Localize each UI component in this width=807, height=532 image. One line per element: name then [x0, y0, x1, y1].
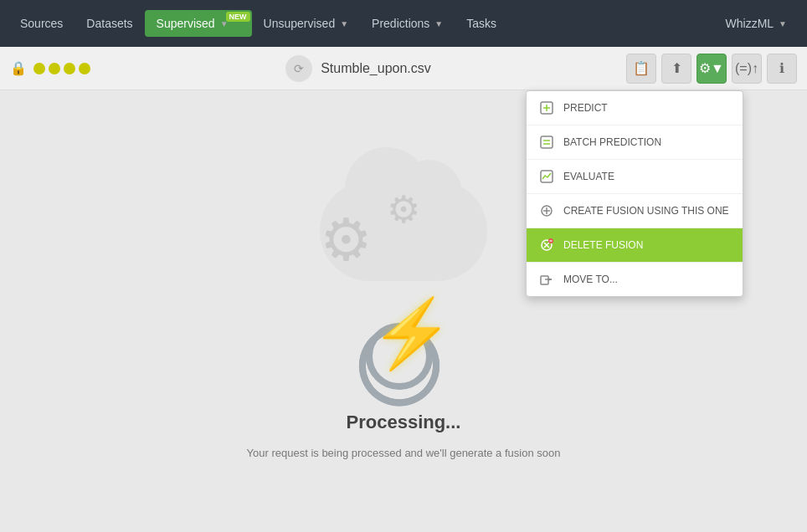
nav-datasets[interactable]: Datasets [75, 10, 144, 37]
evaluate-icon [538, 168, 555, 185]
nav-tasks[interactable]: Tasks [455, 10, 508, 37]
predict-icon [538, 100, 555, 116]
filename: Stumble_upon.csv [321, 61, 431, 76]
navbar: Sources Datasets Supervised NEW ▼ Unsupe… [0, 0, 807, 47]
processing-illustration: ⚙ ⚙ ⚡ [295, 164, 512, 398]
upload-button[interactable]: ⬆ [661, 54, 691, 84]
menu-label-delete-fusion: DELETE FUSION [563, 239, 643, 251]
toolbar-actions: 📋 ⬆ ⚙▼ (=)↑ ℹ [626, 54, 797, 84]
menu-item-predict[interactable]: PREDICT [527, 91, 743, 125]
svg-rect-3 [541, 136, 553, 148]
nav-sources[interactable]: Sources [8, 10, 75, 37]
dropdown-menu: PREDICT BATCH PREDICTION EVALUATE [526, 90, 743, 297]
nav-whizzml[interactable]: WhizzML ▼ [714, 10, 799, 37]
gear-large-icon: ⚙ [320, 206, 373, 274]
svg-rect-15 [541, 276, 548, 284]
menu-item-move-to[interactable]: MOVE TO... [527, 263, 743, 296]
nav-predictions[interactable]: Predictions ▼ [360, 10, 455, 37]
create-fusion-icon [538, 202, 555, 219]
processing-title: Processing... [347, 412, 461, 433]
status-dots [33, 63, 90, 74]
dot-3 [64, 63, 75, 74]
nav-unsupervised[interactable]: Unsupervised ▼ [252, 10, 361, 37]
move-to-icon [538, 271, 555, 288]
menu-label-batch: BATCH PREDICTION [563, 136, 661, 148]
code-button[interactable]: (=)↑ [732, 54, 762, 84]
batch-prediction-icon [538, 134, 555, 151]
menu-item-batch-prediction[interactable]: BATCH PREDICTION [527, 125, 743, 160]
copy-button[interactable]: 📋 [626, 54, 656, 84]
lock-icon: 🔒 [10, 60, 27, 76]
toolbar: 🔒 ⟳ Stumble_upon.csv 📋 ⬆ ⚙▼ (=)↑ ℹ [0, 47, 807, 90]
menu-label-create-fusion: CREATE FUSION USING THIS ONE [563, 205, 729, 217]
lightning-icon: ⚡ [370, 294, 454, 373]
supervised-badge: NEW [226, 12, 250, 22]
dot-4 [79, 63, 90, 74]
gear-small-icon: ⚙ [387, 187, 420, 232]
menu-item-create-fusion[interactable]: CREATE FUSION USING THIS ONE [527, 194, 743, 228]
menu-label-evaluate: EVALUATE [563, 171, 614, 182]
menu-item-delete-fusion[interactable]: DELETE FUSION [527, 228, 743, 263]
predictions-arrow: ▼ [434, 19, 443, 28]
menu-item-evaluate[interactable]: EVALUATE [527, 160, 743, 194]
unsupervised-arrow: ▼ [340, 19, 348, 28]
file-icon: ⟳ [285, 55, 312, 82]
menu-label-predict: PREDICT [563, 102, 608, 114]
menu-label-move-to: MOVE TO... [563, 274, 618, 285]
dot-2 [49, 63, 60, 74]
whizzml-arrow: ▼ [779, 19, 787, 28]
action-menu-button[interactable]: ⚙▼ [696, 54, 727, 84]
delete-fusion-icon [538, 237, 555, 253]
processing-subtitle: Your request is being processed and we'l… [247, 447, 561, 459]
nav-supervised[interactable]: Supervised NEW ▼ [145, 10, 252, 37]
toolbar-center: ⟳ Stumble_upon.csv [97, 55, 619, 82]
dot-1 [33, 63, 45, 74]
info-button[interactable]: ℹ [767, 54, 797, 84]
